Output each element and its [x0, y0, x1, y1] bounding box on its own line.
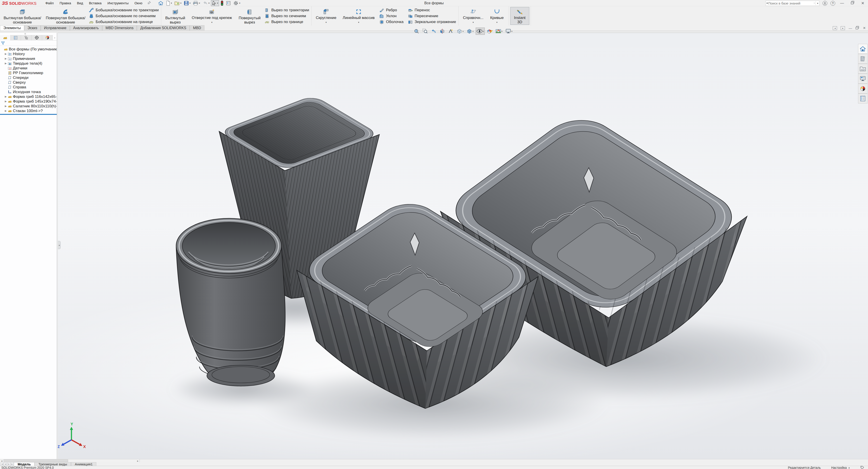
tab-sketch[interactable]: Эскиз: [24, 25, 41, 31]
collapse-right-icon[interactable]: ▸: [841, 26, 845, 30]
task-home-icon[interactable]: [858, 44, 868, 54]
model-canvas[interactable]: Y X Z: [58, 33, 868, 459]
tab-features[interactable]: Элементы: [0, 25, 24, 31]
draft-item[interactable]: Уклон: [378, 13, 404, 19]
view-settings-icon[interactable]: ▾: [505, 28, 513, 35]
view-orientation-icon[interactable]: ▾: [456, 28, 464, 35]
boundary-boss-item[interactable]: Бобышка/основание на границе: [88, 19, 160, 25]
view-settings-dropdown[interactable]: ▾: [512, 30, 513, 33]
tree-item-forma-grib-116[interactable]: ▶ Форма гриб 116x142x65->?: [0, 94, 57, 99]
tab-mbd[interactable]: MBD: [190, 25, 205, 31]
tree-item-history[interactable]: ▶ History: [0, 52, 57, 56]
design-library-icon[interactable]: [858, 64, 868, 74]
filter-icon[interactable]: [1, 41, 5, 45]
display-manager-tab[interactable]: [42, 35, 53, 40]
rollback-bar[interactable]: [0, 114, 57, 115]
tree-item-right-plane[interactable]: Справа: [0, 85, 57, 90]
lofted-cut-item[interactable]: Вырез по сечениям: [264, 13, 310, 19]
menu-window[interactable]: Окно: [132, 0, 145, 6]
graphics-area[interactable]: Y X Z ▾: [58, 33, 868, 459]
save-button[interactable]: ▾: [183, 0, 191, 6]
boundary-cut-item[interactable]: Вырез по границе: [264, 19, 310, 25]
print-dropdown[interactable]: ▾: [199, 2, 200, 4]
swept-cut-item[interactable]: Вырез по траектории: [264, 7, 310, 13]
save-dropdown[interactable]: ▾: [189, 2, 191, 4]
view-orientation-dropdown[interactable]: ▾: [462, 30, 464, 33]
appearances-scenes-icon[interactable]: [858, 84, 868, 94]
zoom-to-fit-icon[interactable]: [413, 28, 420, 35]
tab-repair[interactable]: Исправление: [41, 25, 70, 31]
help-icon[interactable]: ?: [831, 1, 835, 6]
tree-item-top-plane[interactable]: Сверху: [0, 80, 57, 85]
pin-menu-icon[interactable]: [148, 1, 151, 5]
collapse-left-icon[interactable]: ◂: [833, 26, 837, 30]
fillet-button[interactable]: Скругление ▾: [313, 7, 339, 25]
tree-item-stakan[interactable]: ▶ Стакан 100ml->?: [0, 108, 57, 113]
panel-collapse-handle[interactable]: ◂: [58, 241, 61, 249]
3d-views-tab[interactable]: Трехмерные виды: [35, 462, 71, 466]
select-tool-button[interactable]: ▾: [211, 0, 219, 6]
search-icon[interactable]: [814, 1, 815, 5]
fillet-dropdown[interactable]: ▾: [326, 20, 327, 24]
tree-item-material[interactable]: PP Гомополимер: [0, 70, 57, 75]
print-button[interactable]: ▾: [192, 0, 201, 6]
undo-dropdown[interactable]: ▾: [209, 2, 210, 4]
knowledge-search[interactable]: ▾: [766, 1, 819, 6]
doc-restore-button[interactable]: [856, 26, 859, 30]
hide-show-items-dropdown[interactable]: ▾: [483, 30, 484, 33]
tree-horizontal-scrollbar[interactable]: ◄ ►: [0, 459, 140, 463]
select-tool-dropdown[interactable]: ▾: [217, 2, 218, 4]
mirror-item[interactable]: Зеркальное отражение: [407, 19, 457, 25]
move-item[interactable]: Перенос: [407, 7, 457, 13]
menu-file[interactable]: Файл: [42, 0, 57, 6]
last-tab-icon[interactable]: ▶|: [11, 463, 14, 466]
revolved-boss-button[interactable]: Повернутая бобышка/основание: [43, 7, 88, 25]
curves-button[interactable]: Кривые ▾: [487, 7, 507, 25]
linear-pattern-dropdown[interactable]: ▾: [358, 20, 359, 24]
tree-item-sensors[interactable]: Датчики: [0, 66, 57, 70]
tree-item-salatnik[interactable]: ▶ Салатник 80x110x110(h)->?: [0, 104, 57, 108]
user-account-icon[interactable]: [823, 1, 827, 6]
revolved-cut-button[interactable]: Повернутый вырез: [236, 7, 264, 25]
search-scope-dropdown[interactable]: ▾: [817, 2, 818, 4]
shell-item[interactable]: Оболочка: [378, 19, 404, 25]
panel-tabs-overflow[interactable]: ›: [53, 36, 57, 39]
lofted-boss-item[interactable]: Бобышка/основание по сечениям: [88, 13, 160, 19]
animation1-tab[interactable]: Анимация1: [71, 462, 97, 466]
extruded-cut-button[interactable]: Вытянутый вырез: [162, 7, 188, 25]
tab-mbd-dimensions[interactable]: MBD Dimensions: [102, 25, 137, 31]
search-input[interactable]: [768, 1, 814, 5]
apply-scene-icon[interactable]: ▾: [495, 28, 503, 35]
tab-evaluate[interactable]: Анализировать: [70, 25, 102, 31]
hole-wizard-dropdown[interactable]: ▾: [211, 20, 213, 24]
menu-insert[interactable]: Вставка: [86, 0, 104, 6]
hole-wizard-button[interactable]: Отверстие под крепеж ▾: [188, 7, 236, 25]
extruded-boss-button[interactable]: Вытянутая бобышка/основание: [1, 7, 43, 25]
options-list-button[interactable]: [225, 0, 232, 6]
featuremanager-tree-tab[interactable]: [0, 35, 11, 40]
tree-item-solid-bodies[interactable]: ▶ Твердые тела(4): [0, 61, 57, 66]
open-dropdown[interactable]: ▾: [180, 2, 182, 4]
intersect-item[interactable]: Пересечение: [407, 13, 457, 19]
tab-solidworks-addins[interactable]: Добавления SOLIDWORKS: [137, 25, 189, 31]
dimxpert-manager-tab[interactable]: [32, 35, 42, 40]
rib-item[interactable]: Ребро: [378, 7, 404, 13]
prev-tab-icon[interactable]: ◀: [4, 463, 7, 466]
menu-tools[interactable]: Инструменты: [104, 0, 132, 6]
zoom-to-area-icon[interactable]: [421, 28, 429, 35]
display-style-dropdown[interactable]: ▾: [472, 30, 473, 33]
undo-button[interactable]: ▾: [202, 0, 211, 6]
scroll-right-icon[interactable]: ►: [136, 460, 140, 463]
tree-item-origin[interactable]: Исходная точка: [0, 90, 57, 94]
section-view-icon[interactable]: [438, 28, 446, 35]
file-explorer-icon[interactable]: [858, 74, 868, 84]
tree-root[interactable]: Все формы (По умолчанию<<По: [0, 47, 57, 52]
apply-scene-dropdown[interactable]: ▾: [501, 30, 503, 33]
new-document-dropdown[interactable]: ▾: [171, 2, 172, 4]
rebuild-button[interactable]: [220, 0, 224, 6]
close-button[interactable]: ✕: [860, 1, 866, 6]
hide-show-items-icon[interactable]: ▾: [475, 28, 485, 35]
next-tab-icon[interactable]: ▶: [7, 463, 10, 466]
home-button[interactable]: [157, 0, 164, 6]
model-tab[interactable]: Модель: [14, 462, 35, 466]
